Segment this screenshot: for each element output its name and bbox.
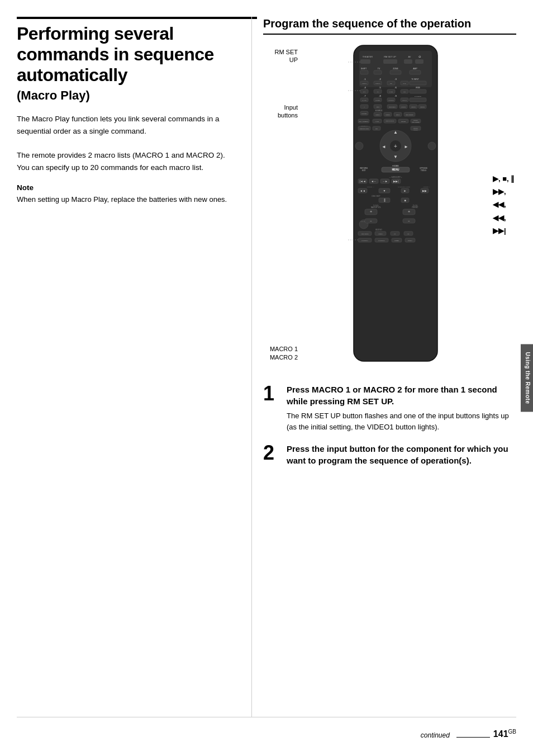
svg-text:MASTER VOL: MASTER VOL — [370, 206, 380, 209]
step-2-title: Press the input button for the component… — [287, 443, 516, 466]
svg-text:DISC SKIP: DISC SKIP — [372, 195, 380, 197]
svg-text:→►: →► — [382, 179, 388, 183]
svg-text:— CATEGORY +: — CATEGORY + — [389, 176, 402, 178]
svg-text:PHONO: PHONO — [388, 100, 393, 101]
svg-text:MENU: MENU — [392, 168, 399, 171]
svg-rect-9 — [415, 59, 423, 64]
svg-text:SAT: SAT — [363, 91, 365, 93]
svg-text:MOVIE: MOVIE — [401, 121, 405, 122]
step-2: 2 Press the input button for the compone… — [263, 443, 516, 470]
step-1-desc: The RM SET UP button flashes and one of … — [287, 410, 516, 433]
content-columns: Performing several commands in sequence … — [17, 17, 516, 717]
svg-text:ZONE: ZONE — [393, 68, 398, 70]
svg-text:−: − — [408, 219, 410, 223]
svg-text:DVD: DVD — [403, 83, 406, 84]
svg-rect-15 — [374, 70, 382, 74]
label-rm-set-up: RM SETUP — [263, 48, 298, 64]
svg-text:+DISPLAY: +DISPLAY — [361, 125, 368, 127]
svg-text:EXIT: EXIT — [361, 169, 365, 172]
svg-text:THEATER: THEATER — [362, 55, 372, 58]
svg-text:WIDE: WIDE — [416, 87, 420, 89]
description1: The Macro Play function lets you link se… — [17, 113, 235, 173]
label-macro: MACRO 1MACRO 2 — [263, 345, 298, 361]
svg-text:2CH A.DIRECT: 2CH A.DIRECT — [359, 121, 369, 122]
svg-text:◄◄: ◄◄ — [360, 189, 365, 192]
step-2-number: 2 — [263, 443, 280, 463]
steps-section: 1 Press MACRO 1 or MACRO 2 for more than… — [263, 384, 516, 480]
svg-text:RESOLUTION: RESOLUTION — [359, 128, 368, 130]
svg-text:‖: ‖ — [383, 199, 385, 202]
arrow-indicators: ▶, ■, ‖ ▶▶, ◀◀, ◀◀, ▶▶| — [488, 42, 516, 367]
continued-line — [456, 737, 490, 738]
note-text: When setting up Macro Play, replace the … — [17, 194, 235, 205]
svg-rect-56 — [410, 98, 426, 102]
svg-text:TUNING +: TUNING + — [423, 186, 430, 188]
subtitle: (Macro Play) — [17, 88, 235, 103]
page-container: Performing several commands in sequence … — [0, 0, 533, 756]
step-1-content: Press MACRO 1 or MACRO 2 for more than 1… — [287, 384, 516, 433]
svg-text:▶▶|: ▶▶| — [393, 179, 398, 183]
svg-text:SA-CD: SA-CD — [362, 100, 367, 101]
svg-text:MD: MD — [403, 91, 406, 93]
svg-text:SOURCE: SOURCE — [375, 110, 382, 112]
svg-rect-7 — [383, 59, 397, 64]
svg-rect-30 — [410, 81, 426, 85]
svg-text:▼: ▼ — [393, 154, 398, 159]
svg-text:►: ► — [403, 189, 406, 192]
svg-rect-14 — [360, 70, 368, 74]
continued-text: continued — [421, 731, 450, 739]
svg-text:-/-: -/- — [363, 106, 365, 108]
svg-text:▼: ▼ — [383, 189, 386, 192]
svg-text:SLEEP: SLEEP — [394, 240, 398, 242]
svg-text:TAPE: TAPE — [389, 91, 393, 93]
svg-text:PRESET: PRESET — [412, 206, 418, 209]
svg-text:BD/DVD: BD/DVD — [375, 229, 382, 231]
main-title: Performing several commands in sequence … — [17, 23, 235, 85]
svg-rect-6 — [360, 59, 370, 64]
svg-text:PIP: PIP — [375, 128, 377, 130]
svg-rect-16 — [390, 70, 401, 74]
svg-point-107 — [428, 142, 436, 150]
svg-text:+: + — [407, 210, 410, 214]
svg-text:MENU: MENU — [378, 233, 383, 235]
svg-text:VIDEO2: VIDEO2 — [375, 83, 380, 84]
svg-text:|◄◄: |◄◄ — [359, 179, 365, 183]
svg-text:CATEGORY MODE: CATEGORY MODE — [398, 186, 410, 188]
svg-text:NET-WORK: NET-WORK — [406, 114, 413, 116]
remote-diagram-area: RM SETUP Inputbuttons MACRO 1MACRO 2 T — [263, 42, 516, 367]
svg-text:TV: TV — [377, 68, 380, 70]
svg-text:PARTY: PARTY — [407, 240, 412, 242]
section-title: Program the sequence of the operation — [263, 17, 516, 35]
svg-text:AV: AV — [408, 55, 411, 58]
step-1-number: 1 — [263, 384, 280, 404]
svg-text:▶▶: ▶▶ — [422, 189, 427, 192]
svg-text:CLEAR: CLEAR — [401, 106, 406, 108]
svg-text:TUNER: TUNER — [375, 100, 380, 101]
top-border-decoration — [17, 17, 257, 19]
svg-text:TUNING —: TUNING — — [367, 186, 374, 188]
remote-labels: RM SETUP Inputbuttons MACRO 1MACRO 2 — [263, 42, 302, 367]
svg-text:A.F.D.: A.F.D. — [375, 121, 379, 122]
sidebar-tab: Using the Remote — [521, 344, 533, 412]
svg-text:BD: BD — [390, 83, 392, 84]
svg-text:GUI MODE: GUI MODE — [412, 121, 419, 123]
svg-text:HDMI3: HDMI3 — [420, 106, 425, 108]
svg-rect-17 — [410, 70, 421, 74]
svg-text:+: + — [369, 210, 372, 214]
svg-text:CLICK: CLICK — [413, 129, 418, 131]
svg-text:SHIFT: SHIFT — [360, 68, 367, 70]
svg-rect-8 — [404, 59, 412, 64]
label-input-buttons: Inputbuttons — [263, 103, 298, 120]
svg-text:VIDEO1: VIDEO1 — [361, 83, 367, 84]
svg-text:+: + — [394, 143, 397, 149]
svg-text:MACRO 2: MACRO 2 — [378, 240, 385, 242]
arrow-line2: ▶▶, ◀◀, — [493, 185, 516, 211]
step-1: 1 Press MACRO 1 or MACRO 2 for more than… — [263, 384, 516, 433]
svg-point-106 — [355, 142, 363, 150]
page-number: 141GB — [493, 729, 516, 739]
arrow-line3: ◀◀, ▶▶| — [493, 211, 516, 238]
svg-text:◄←: ◄← — [371, 179, 377, 183]
page-footer: continued 141GB — [17, 717, 516, 739]
svg-text:TV: TV — [377, 91, 379, 93]
svg-text:TV INPUT: TV INPUT — [411, 78, 419, 81]
